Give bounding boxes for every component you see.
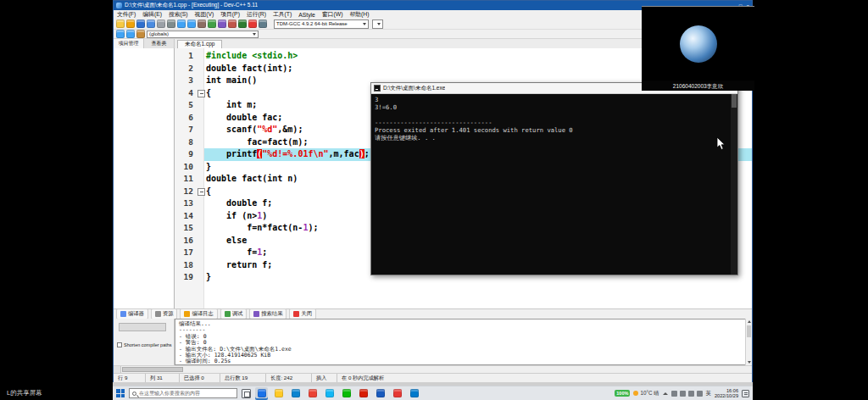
word-icon[interactable] [374,387,387,400]
forward-icon[interactable] [126,30,135,38]
menu-view[interactable]: 视图(V) [192,10,218,19]
window-title: D:\文件\桌面\未命名1.cpp - [Executing] - Dev-C+… [125,2,258,9]
menu-edit[interactable]: 编辑(E) [139,10,165,19]
file-explorer-icon[interactable] [272,387,285,400]
search-icon [132,392,136,396]
save-all-icon[interactable] [147,19,155,28]
code-segment: } [206,272,211,281]
tab-close-icon [293,311,299,317]
line-number: 15 [175,222,197,235]
menu-search[interactable]: 搜索(S) [165,10,192,19]
compile-icon[interactable] [198,19,206,28]
project-panel[interactable] [114,48,175,308]
webcam-video[interactable] [642,7,754,81]
music-icon[interactable] [357,387,370,400]
task-view-icon[interactable] [242,389,251,398]
wps-icon[interactable] [391,387,403,400]
debug-icon[interactable] [238,19,247,28]
menu-project[interactable]: 项目(P) [217,10,243,19]
toolbar-icon-group [116,19,267,28]
chrome-icon[interactable] [306,387,319,400]
save-icon[interactable] [136,19,145,28]
code-segment: f= [206,247,257,257]
menu-astyle[interactable]: AStyle [295,12,319,18]
open-file-icon[interactable] [126,19,135,28]
menu-tools[interactable]: 工具(T) [270,10,295,19]
panel-tab-project[interactable]: 项目管理 [114,39,144,48]
goto-declaration-icon[interactable] [136,30,145,38]
menu-help[interactable]: 帮助(H) [346,10,372,19]
tray-expand-icon[interactable] [663,392,668,395]
participant-avatar [680,25,717,63]
compiler-profile-select[interactable]: TDM-GCC 4.9.2 64-bit Release [274,19,369,29]
undo-icon[interactable] [177,19,186,28]
console-scrollbar[interactable] [731,94,737,275]
dock-left-panel: Shorten compiler paths [114,319,175,365]
redo-icon[interactable] [187,19,196,28]
file-tab[interactable]: 未命名1.cpp [177,40,222,48]
battery-badge[interactable]: 100% [615,390,630,397]
network-icon[interactable] [688,391,694,397]
code-segment: double [206,64,236,73]
fold-gutter [197,136,204,149]
print-icon[interactable] [167,19,175,28]
line-number: 2 [175,63,197,75]
code-segment: f; [257,260,272,269]
weather-widget[interactable]: 10°C 晴 [633,390,659,397]
clock[interactable]: 16:06 2022/10/29 [715,388,738,398]
volume-icon[interactable] [680,391,686,397]
notification-center-icon[interactable] [742,390,749,397]
run-icon[interactable] [208,19,216,28]
globals-select[interactable]: (globals) [147,31,259,38]
compiler-extra-select[interactable] [372,19,383,29]
participant-name: 21060402003李意欣 [642,81,754,92]
scroll-thumb[interactable] [747,325,751,337]
usb-icon[interactable] [697,391,703,397]
status-length: 长度: 242 [266,374,312,382]
menu-window[interactable]: 窗口(W) [319,10,347,19]
console-line: 3 [375,96,727,103]
scroll-left-icon[interactable] [114,366,121,373]
scroll-thumb[interactable] [122,367,183,372]
input-language-indicator[interactable]: 英 [706,390,712,397]
fold-gutter [197,271,204,284]
pen-icon[interactable] [671,391,677,397]
wechat-icon[interactable] [340,387,353,400]
line-number: 6 [175,112,197,125]
fold-marker[interactable] [197,186,204,198]
back-icon[interactable] [116,30,125,38]
scroll-down-icon[interactable] [748,361,751,364]
close-file-icon[interactable] [157,19,165,28]
vscode-icon[interactable] [408,387,420,400]
shorten-paths-checkbox[interactable]: Shorten compiler paths [117,342,173,347]
start-button[interactable] [116,389,125,397]
dock-tab-label: 资源 [163,310,174,318]
code-segment: "%d" [257,125,277,134]
profile-icon[interactable] [259,19,267,28]
code-segment: double [226,198,257,208]
new-file-icon[interactable] [116,19,125,28]
scroll-thumb[interactable] [732,94,737,108]
edge-icon[interactable] [289,387,302,400]
dock-tab-label: 编译日志 [192,310,213,318]
code-segment: (n> [236,211,257,220]
horizontal-scrollbar[interactable] [114,365,752,373]
fold-marker[interactable] [197,87,204,100]
log-scrollbar[interactable] [745,319,752,365]
stop-icon[interactable] [248,19,257,28]
scroll-up-icon[interactable] [748,320,751,323]
log-line: -------- [179,327,743,333]
compile-run-icon[interactable] [218,19,226,28]
tab-search-results-icon [253,311,259,317]
weather-text: 10°C 晴 [640,390,659,397]
status-total-lines: 总行数 19 [220,374,266,382]
qq-icon[interactable] [323,387,336,400]
rebuild-icon[interactable] [228,19,236,28]
tencent-meeting-icon[interactable] [255,387,268,400]
search-input[interactable]: 在这里输入你要搜索的内容 [129,388,237,398]
code-segment: int [267,64,282,73]
console-window[interactable]: D:\文件\桌面\未命名1.exe ─□× 33!=6.0 ----------… [370,82,738,275]
menu-file[interactable]: 文件(F) [114,10,139,19]
menu-run[interactable]: 运行(R) [243,10,270,19]
panel-tab-classes[interactable]: 查看类 [144,39,175,48]
